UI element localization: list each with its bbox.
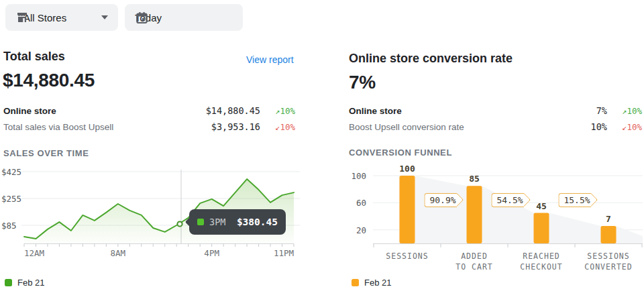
legend-swatch-orange [352, 279, 359, 286]
metric-delta-badge: ↙10% [607, 122, 642, 132]
metric-row-boost-upsell-rate: Boost Upsell conversion rate 10% ↙10% [349, 119, 642, 134]
metric-delta-badge: ↙10% [260, 122, 295, 132]
metric-row-online-store-rate: Online store 7% ↗10% [349, 103, 642, 118]
y-axis-label: $255 [1, 194, 21, 204]
date-selector-button[interactable]: Today [125, 4, 243, 31]
bar-value-label: 85 [454, 174, 494, 184]
conversion-rate-title: Online store conversion rate [349, 52, 513, 66]
metric-label: Online store [3, 106, 206, 116]
metric-label: Boost Upsell conversion rate [349, 122, 591, 132]
metric-delta-badge: ↗10% [260, 106, 295, 116]
storefront-icon [15, 11, 29, 24]
metric-delta-badge: ↗10% [607, 106, 642, 116]
y-axis-label: 20 [346, 225, 366, 235]
transition-percentage: 54.5% [496, 195, 523, 205]
view-report-link[interactable]: View report [246, 54, 294, 65]
metric-value: $14,880.45 [206, 105, 260, 116]
metric-row-online-store-sales: Online store $14,880.45 ↗10% [3, 103, 295, 118]
funnel-bar-sessions-converted[interactable] [601, 226, 616, 243]
legend-label: Feb 21 [364, 278, 391, 288]
conversion-rate-value: 7% [349, 72, 376, 93]
funnel-transition-badge: 15.5% [558, 193, 591, 207]
transition-percentage: 90.9% [429, 195, 455, 205]
chevron-down-icon [101, 15, 108, 19]
funnel-bar-reached-checkout[interactable] [534, 213, 549, 243]
sales-over-time-header: SALES OVER TIME [3, 148, 89, 158]
metric-delta: 10% [627, 106, 642, 116]
conversion-funnel-header: CONVERSION FUNNEL [349, 148, 452, 158]
metric-delta: 10% [280, 106, 295, 116]
tooltip-time: 3PM [209, 217, 225, 227]
legend-label: Feb 21 [17, 278, 44, 288]
metric-label: Online store [349, 106, 596, 116]
highlighted-point-marker[interactable] [177, 221, 182, 226]
funnel-transition-badge: 54.5% [491, 193, 524, 207]
metric-value: 10% [591, 121, 607, 132]
series-swatch-green [197, 219, 204, 225]
funnel-transition-badge: 90.9% [424, 193, 457, 207]
total-sales-title: Total sales [3, 50, 65, 64]
funnel-category-label: SESSIONSCONVERTED [575, 251, 642, 272]
tooltip-value: $380.45 [237, 217, 278, 227]
funnel-bar-sessions[interactable] [400, 176, 415, 243]
legend-feb21-funnel: Feb 21 [352, 278, 391, 288]
metric-value: 7% [596, 105, 607, 116]
metric-value: $3,953.16 [211, 121, 260, 132]
x-axis-label: 8AM [111, 248, 126, 258]
funnel-bar-added-to-cart[interactable] [467, 186, 482, 243]
x-axis-label: 11PM [274, 248, 294, 258]
funnel-category-label: SESSIONS [374, 251, 441, 262]
metric-delta: 10% [280, 122, 295, 132]
y-axis-label: $425 [1, 167, 21, 177]
funnel-category-label: REACHEDCHECKOUT [508, 251, 575, 272]
bar-value-label: 100 [387, 164, 427, 174]
y-axis-label: 100 [346, 171, 366, 181]
funnel-category-label: ADDEDTO CART [441, 251, 508, 272]
analytics-dashboard: All Stores Today Total sales View report… [0, 0, 644, 289]
x-axis-label: 4PM [204, 248, 219, 258]
store-selector-label: All Stores [23, 12, 66, 23]
store-selector-button[interactable]: All Stores [5, 4, 118, 31]
legend-swatch-green [5, 279, 12, 286]
y-axis-label: $85 [1, 221, 17, 231]
metric-row-boost-upsell-sales: Total sales via Boost Upsell $3,953.16 ↙… [3, 119, 295, 134]
legend-feb21-sales: Feb 21 [5, 278, 44, 288]
metric-label: Total sales via Boost Upsell [3, 122, 211, 132]
x-axis-label: 12AM [24, 248, 44, 258]
transition-percentage: 15.5% [564, 195, 590, 205]
bar-value-label: 7 [588, 214, 629, 224]
y-axis-label: 60 [346, 198, 366, 208]
total-sales-value: $14,880.45 [3, 70, 95, 91]
calendar-icon [135, 11, 149, 25]
chart-tooltip: 3PM $380.45 [189, 209, 286, 235]
metric-delta: 10% [627, 122, 642, 132]
